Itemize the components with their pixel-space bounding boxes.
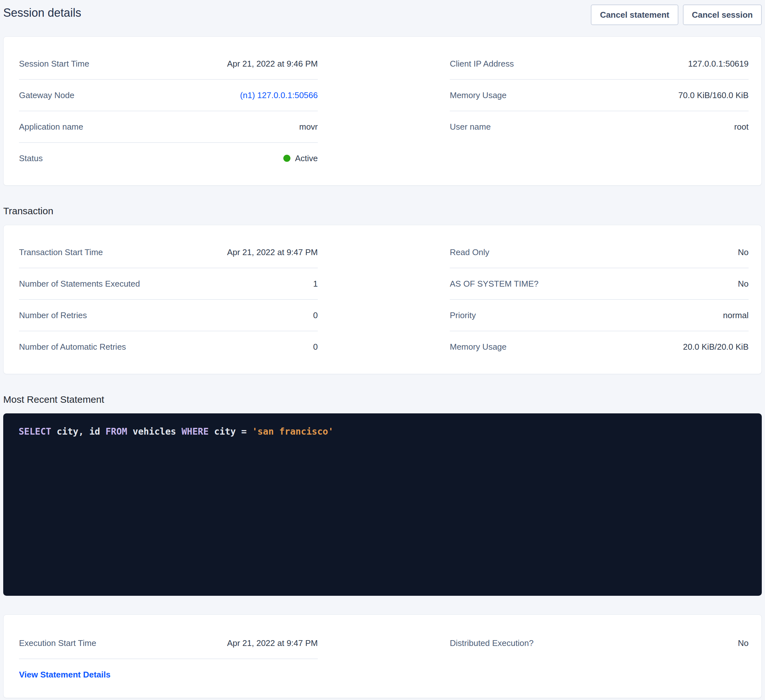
- session-summary-right-column: Client IP Address 127.0.0.1:50619 Memory…: [450, 48, 749, 174]
- view-statement-details-row: View Statement Details: [19, 659, 318, 690]
- client-ip-row: Client IP Address 127.0.0.1:50619: [450, 48, 749, 80]
- transaction-left-column: Transaction Start Time Apr 21, 2022 at 9…: [19, 237, 318, 362]
- row-label: Read Only: [450, 247, 490, 257]
- session-memory-usage-row: Memory Usage 70.0 KiB/160.0 KiB: [450, 80, 749, 111]
- sql-string-literal: 'san francisco': [252, 426, 334, 437]
- status-text: Active: [295, 154, 318, 163]
- priority-row: Priority normal: [450, 300, 749, 331]
- row-value: 127.0.0.1:50619: [688, 59, 749, 69]
- row-value: Apr 21, 2022 at 9:46 PM: [227, 59, 318, 69]
- transaction-grid: Transaction Start Time Apr 21, 2022 at 9…: [19, 237, 749, 362]
- execution-start-time-row: Execution Start Time Apr 21, 2022 at 9:4…: [19, 628, 318, 659]
- row-value: root: [734, 122, 749, 132]
- application-name-row: Application name movr: [19, 111, 318, 143]
- row-label: Number of Statements Executed: [19, 279, 140, 289]
- sql-keyword-select: SELECT: [19, 426, 51, 437]
- status-active-dot-icon: [283, 155, 290, 162]
- row-value: No: [738, 638, 749, 648]
- row-value: Apr 21, 2022 at 9:47 PM: [227, 638, 318, 648]
- row-label: Number of Automatic Retries: [19, 342, 126, 352]
- sql-statement: SELECT city, id FROM vehicles WHERE city…: [19, 426, 746, 437]
- execution-grid: Execution Start Time Apr 21, 2022 at 9:4…: [19, 628, 749, 690]
- row-label: Client IP Address: [450, 59, 514, 69]
- row-label: Distributed Execution?: [450, 638, 534, 648]
- transaction-right-column: Read Only No AS OF SYSTEM TIME? No Prior…: [450, 237, 749, 362]
- row-label: Status: [19, 154, 43, 163]
- as-of-system-time-row: AS OF SYSTEM TIME? No: [450, 268, 749, 300]
- execution-left-column: Execution Start Time Apr 21, 2022 at 9:4…: [19, 628, 318, 690]
- user-name-row: User name root: [450, 111, 749, 142]
- sql-columns: city, id: [51, 426, 105, 437]
- execution-right-column: Distributed Execution? No: [450, 628, 749, 690]
- statements-executed-row: Number of Statements Executed 1: [19, 268, 318, 300]
- transaction-start-time-row: Transaction Start Time Apr 21, 2022 at 9…: [19, 237, 318, 268]
- number-of-retries-row: Number of Retries 0: [19, 300, 318, 331]
- row-label: Number of Retries: [19, 311, 87, 320]
- transaction-memory-usage-row: Memory Usage 20.0 KiB/20.0 KiB: [450, 331, 749, 362]
- row-label: Execution Start Time: [19, 638, 96, 648]
- row-value: No: [738, 279, 749, 289]
- cancel-session-button[interactable]: Cancel session: [683, 5, 762, 25]
- sql-code-block: SELECT city, id FROM vehicles WHERE city…: [3, 413, 762, 596]
- transaction-section-title: Transaction: [3, 206, 762, 217]
- transaction-card: Transaction Start Time Apr 21, 2022 at 9…: [3, 225, 762, 374]
- read-only-row: Read Only No: [450, 237, 749, 268]
- row-label: AS OF SYSTEM TIME?: [450, 279, 538, 289]
- cancel-statement-button[interactable]: Cancel statement: [591, 5, 678, 25]
- session-summary-card: Session Start Time Apr 21, 2022 at 9:46 …: [3, 36, 762, 185]
- row-value: No: [738, 247, 749, 257]
- row-value: movr: [299, 122, 318, 132]
- row-label: Memory Usage: [450, 90, 507, 100]
- row-label: Transaction Start Time: [19, 247, 103, 257]
- page-title: Session details: [3, 5, 81, 21]
- sql-keyword-where: WHERE: [182, 426, 209, 437]
- sql-table: vehicles: [127, 426, 182, 437]
- topbar: Session details Cancel statement Cancel …: [3, 0, 762, 25]
- gateway-node-link[interactable]: (n1) 127.0.0.1:50566: [240, 90, 318, 100]
- header-actions: Cancel statement Cancel session: [591, 5, 762, 25]
- row-label: User name: [450, 122, 491, 132]
- status-row: Status Active: [19, 143, 318, 174]
- session-start-time-row: Session Start Time Apr 21, 2022 at 9:46 …: [19, 48, 318, 80]
- gateway-node-row: Gateway Node (n1) 127.0.0.1:50566: [19, 80, 318, 111]
- row-value: 20.0 KiB/20.0 KiB: [683, 342, 749, 352]
- row-value: 0: [313, 311, 318, 320]
- view-statement-details-link[interactable]: View Statement Details: [19, 670, 110, 680]
- session-summary-left-column: Session Start Time Apr 21, 2022 at 9:46 …: [19, 48, 318, 174]
- execution-card: Execution Start Time Apr 21, 2022 at 9:4…: [3, 614, 762, 698]
- row-value: 1: [313, 279, 318, 289]
- session-summary-grid: Session Start Time Apr 21, 2022 at 9:46 …: [19, 48, 749, 174]
- automatic-retries-row: Number of Automatic Retries 0: [19, 331, 318, 362]
- row-label: Memory Usage: [450, 342, 507, 352]
- row-label: Session Start Time: [19, 59, 89, 69]
- session-details-page: Session details Cancel statement Cancel …: [0, 0, 765, 698]
- row-label: Application name: [19, 122, 83, 132]
- sql-keyword-from: FROM: [105, 426, 127, 437]
- row-value: Apr 21, 2022 at 9:47 PM: [227, 247, 318, 257]
- most-recent-statement-title: Most Recent Statement: [3, 394, 762, 405]
- row-value: normal: [723, 311, 749, 320]
- distributed-execution-row: Distributed Execution? No: [450, 628, 749, 659]
- status-badge: Active: [283, 154, 318, 163]
- row-label: Priority: [450, 311, 476, 320]
- row-value: 70.0 KiB/160.0 KiB: [678, 90, 749, 100]
- row-value: 0: [313, 342, 318, 352]
- sql-condition: city =: [209, 426, 252, 437]
- row-label: Gateway Node: [19, 90, 74, 100]
